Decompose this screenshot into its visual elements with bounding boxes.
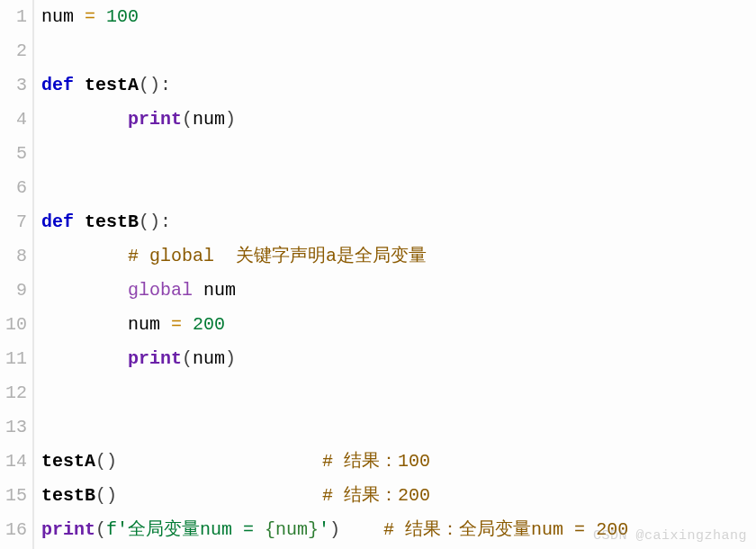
code-line: global num: [41, 274, 756, 308]
tok-comment: # 结果：全局变量num = 200: [383, 519, 628, 540]
code-line: print(num): [41, 103, 756, 137]
tok-space: [340, 519, 383, 540]
tok-punct: ():: [139, 212, 171, 232]
line-number: 7: [0, 205, 27, 239]
tok-punct: (: [182, 348, 193, 369]
tok-punct: ():: [139, 75, 171, 95]
code-line: testA() # 结果：100: [41, 445, 756, 479]
tok-keyword: def: [41, 212, 74, 232]
tok-comment: # 结果：200: [322, 485, 430, 506]
code-line: print(num): [41, 342, 756, 376]
tok-indent: [41, 348, 128, 369]
tok-punct: (): [95, 485, 117, 506]
tok-string: ': [319, 519, 329, 540]
watermark-text: CSDN @caixingzhang: [593, 528, 747, 544]
line-number: 6: [0, 171, 27, 205]
line-number: 15: [0, 479, 27, 513]
code-line: num = 200: [41, 308, 756, 342]
tok-punct: (): [95, 451, 117, 472]
tok-comment: # 结果：100: [322, 451, 430, 472]
tok-punct: ): [225, 348, 236, 369]
tok-indent: [41, 109, 128, 130]
line-number: 4: [0, 103, 27, 137]
tok-space: [193, 280, 203, 301]
line-number: 5: [0, 137, 27, 171]
code-line: # global 关键字声明a是全局变量: [41, 239, 756, 274]
line-number: 12: [0, 376, 27, 410]
line-number-gutter: 1 2 3 4 5 6 7 8 9 10 11 12 13 14 15 16: [0, 0, 34, 549]
code-line: def testA():: [41, 68, 756, 103]
line-number: 9: [0, 274, 27, 308]
tok-punct: (: [95, 519, 106, 540]
line-number: 16: [0, 513, 27, 547]
tok-punct: ): [225, 109, 236, 130]
tok-identifier: num: [128, 314, 160, 335]
tok-space: [117, 485, 322, 506]
tok-punct: (: [182, 109, 193, 130]
tok-space: [74, 6, 85, 27]
code-area[interactable]: num = 100 def testA(): print(num) def te…: [34, 0, 756, 549]
tok-builtin: print: [128, 109, 182, 130]
tok-keyword: global: [128, 280, 193, 301]
code-line: [41, 376, 756, 410]
tok-identifier: num: [193, 348, 225, 369]
tok-operator: =: [171, 314, 182, 335]
code-line: [41, 410, 756, 445]
code-line: testB() # 结果：200: [41, 479, 756, 513]
line-number: 14: [0, 445, 27, 479]
line-number: 8: [0, 239, 27, 274]
tok-keyword: def: [41, 75, 74, 95]
tok-identifier: num: [193, 109, 225, 130]
tok-builtin: print: [128, 348, 182, 369]
tok-space: [95, 6, 106, 27]
tok-space: [117, 451, 322, 472]
tok-indent: [41, 246, 128, 266]
code-line: [41, 137, 756, 171]
tok-punct: ): [329, 519, 340, 540]
tok-space: [74, 75, 85, 95]
tok-indent: [41, 280, 128, 301]
tok-space: [182, 314, 193, 335]
tok-builtin: print: [41, 519, 95, 540]
tok-function-name: testB: [85, 212, 139, 232]
code-editor: 1 2 3 4 5 6 7 8 9 10 11 12 13 14 15 16 n…: [0, 0, 756, 549]
line-number: 13: [0, 410, 27, 445]
line-number: 3: [0, 68, 27, 103]
tok-function-name: testA: [85, 75, 139, 95]
code-line: [41, 171, 756, 205]
tok-space: [160, 314, 171, 335]
tok-number: 200: [193, 314, 225, 335]
tok-number: 100: [106, 6, 139, 27]
tok-indent: [41, 314, 128, 335]
tok-identifier: num: [41, 6, 74, 27]
tok-call: testB: [41, 485, 95, 506]
tok-call: testA: [41, 451, 95, 472]
tok-space: [74, 212, 85, 232]
tok-operator: =: [85, 6, 95, 27]
code-line: [41, 34, 756, 68]
tok-identifier: num: [203, 280, 236, 301]
tok-fstring-expr: {num}: [265, 519, 319, 540]
line-number: 11: [0, 342, 27, 376]
tok-comment: # global 关键字声明a是全局变量: [128, 246, 427, 266]
code-line: num = 100: [41, 0, 756, 34]
line-number: 10: [0, 308, 27, 342]
line-number: 2: [0, 34, 27, 68]
code-line: def testB():: [41, 205, 756, 239]
line-number: 1: [0, 0, 27, 34]
tok-string: f'全局变量num =: [106, 519, 265, 540]
